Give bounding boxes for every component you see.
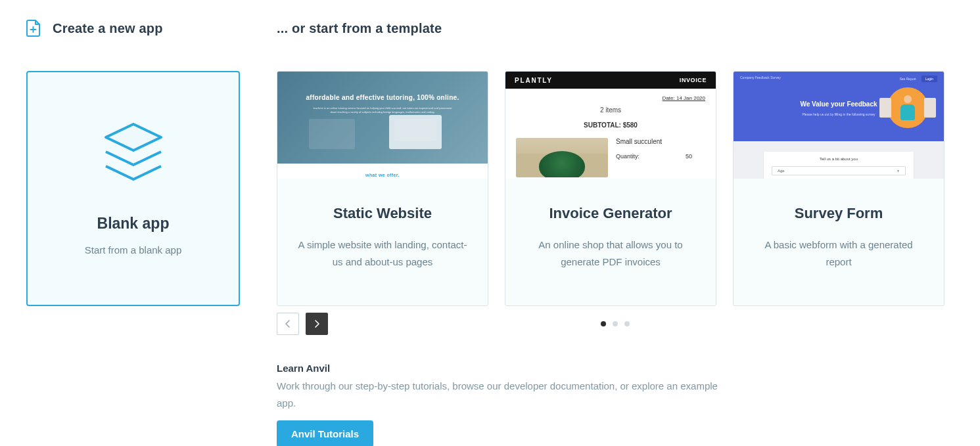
pagination-dot[interactable] [624,321,630,326]
template-desc: A simple website with landing, contact-u… [296,236,469,271]
template-card-invoice-generator[interactable]: PLANTLY INVOICE Date: 14 Jan 2020 2 item… [505,71,716,306]
template-card-survey-form[interactable]: Company Feedback Survey See Report Login… [733,71,945,306]
chevron-left-icon [285,319,291,328]
thumb-product-name: Small succulent [616,138,705,145]
next-button[interactable] [306,313,328,335]
thumb-offer: what we offer. [277,164,488,177]
create-header: Create a new app [26,18,240,38]
thumb-date: Date: 14 Jan 2020 [516,95,705,101]
thumb-top-link: See Report [899,77,916,81]
template-thumb: Company Feedback Survey See Report Login… [734,72,944,179]
new-file-icon [26,20,41,37]
template-desc: A basic webform with a generated report [752,236,925,271]
thumb-hero-title: affordable and effective tutoring, 100% … [306,94,459,101]
tutorials-button[interactable]: Anvil Tutorials [277,420,373,446]
blank-app-subtitle: Start from a blank app [85,244,182,256]
thumb-qty-value: 50 [686,153,692,160]
pagination-dot[interactable] [601,321,606,326]
pagination-dot[interactable] [613,321,618,326]
thumb-card-title: Tell us a bit about you [772,157,906,161]
thumb-select: Age [772,166,906,175]
blank-app-card[interactable]: Blank app Start from a blank app [26,71,240,306]
layers-icon [101,122,166,189]
svg-marker-0 [106,124,161,150]
template-desc: An online shop that allows you to genera… [524,236,697,271]
templates-heading: ... or start from a template [277,18,954,38]
carousel-nav [277,313,954,335]
create-heading: Create a new app [53,21,163,36]
template-thumb: PLANTLY INVOICE Date: 14 Jan 2020 2 item… [505,72,716,179]
thumb-qty-label: Quantity: [616,153,640,160]
learn-heading: Learn Anvil [277,363,737,374]
pagination-dots [601,321,630,326]
thumb-product-image [516,138,608,177]
thumb-login-btn: Login [922,76,937,82]
template-title: Survey Form [752,205,925,222]
blank-app-title: Blank app [97,215,170,233]
template-title: Invoice Generator [524,205,697,222]
prev-button[interactable] [277,313,299,335]
thumb-top-left: Company Feedback Survey [740,76,781,79]
thumb-invoice-label: INVOICE [680,77,707,83]
learn-body: Work through our step-by-step tutorials,… [277,378,737,411]
template-thumb: affordable and effective tutoring, 100% … [277,72,488,179]
templates-row: affordable and effective tutoring, 100% … [277,71,954,306]
chevron-right-icon [314,319,320,328]
thumb-items: 2 items [516,106,705,114]
template-card-static-website[interactable]: affordable and effective tutoring, 100% … [277,71,488,306]
template-title: Static Website [296,205,469,222]
thumb-subtotal: SUBTOTAL: $580 [516,122,705,129]
thumb-person-icon [900,95,915,122]
thumb-brand: PLANTLY [515,77,553,84]
thumb-laptop-placeholder [389,115,442,149]
learn-block: Learn Anvil Work through our step-by-ste… [277,363,737,446]
thumb-photo-placeholder [309,119,355,149]
thumb-hero-sub: teachme is an online tutoring service fo… [310,106,455,114]
